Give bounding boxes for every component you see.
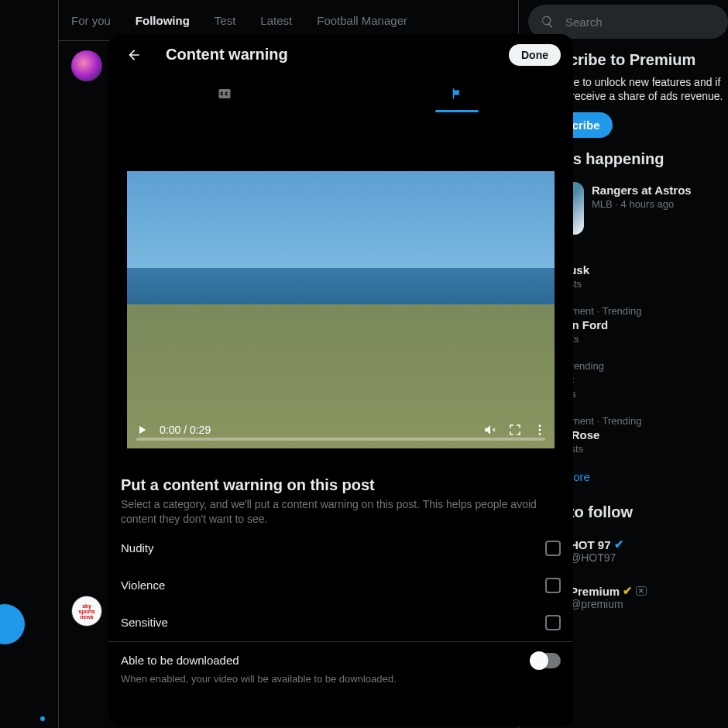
download-toggle[interactable] (530, 653, 561, 668)
modal-tab-captions[interactable] (108, 75, 341, 112)
more-icon[interactable] (533, 423, 547, 437)
option-label: Sensitive (121, 616, 168, 629)
option-violence[interactable]: Violence (108, 567, 573, 604)
download-section: Able to be downloaded When enabled, your… (108, 641, 573, 695)
back-button[interactable] (121, 42, 147, 68)
checkbox[interactable] (545, 541, 561, 556)
mute-icon[interactable] (483, 423, 497, 437)
closed-caption-icon (218, 87, 232, 101)
play-icon[interactable] (135, 423, 149, 437)
video-seekbar[interactable] (136, 438, 545, 441)
modal-tab-flag[interactable] (341, 75, 573, 112)
option-sensitive[interactable]: Sensitive (108, 604, 573, 641)
cw-heading: Put a content warning on this post (121, 476, 561, 494)
checkbox[interactable] (545, 615, 561, 630)
option-label: Violence (121, 579, 165, 592)
content-warning-section: Put a content warning on this post Selec… (108, 467, 573, 530)
modal-scrim[interactable]: Content warning Done 0:00 / 0:29 (0, 0, 728, 728)
option-label: Nudity (121, 541, 154, 555)
download-description: When enabled, your video will be availab… (121, 673, 561, 685)
modal-title: Content warning (166, 46, 490, 64)
arrow-left-icon (126, 47, 142, 63)
modal-tabs (108, 75, 573, 112)
flag-icon (450, 87, 464, 101)
video-time: 0:00 / 0:29 (160, 424, 211, 436)
video-frame (127, 171, 555, 448)
cw-description: Select a category, and we'll put a conte… (121, 497, 561, 527)
video-controls: 0:00 / 0:29 (127, 411, 555, 448)
content-warning-modal: Content warning Done 0:00 / 0:29 (108, 34, 573, 726)
checkbox[interactable] (545, 578, 561, 593)
done-button[interactable]: Done (509, 44, 561, 66)
video-player[interactable]: 0:00 / 0:29 (127, 171, 555, 448)
option-nudity[interactable]: Nudity (108, 530, 573, 567)
video-preview-area: 0:00 / 0:29 (108, 112, 573, 467)
download-title: Able to be downloaded (121, 654, 239, 667)
fullscreen-icon[interactable] (508, 423, 522, 437)
modal-header: Content warning Done (108, 34, 573, 75)
